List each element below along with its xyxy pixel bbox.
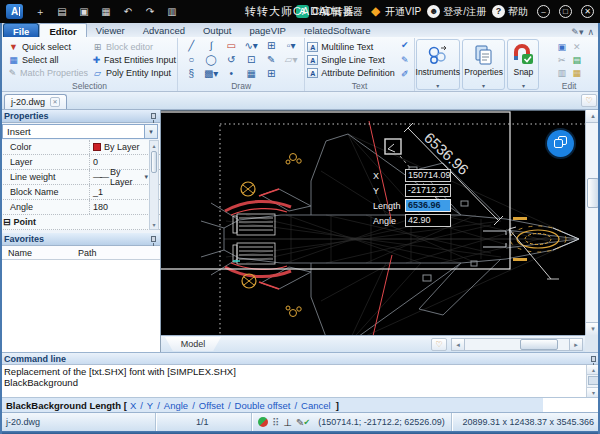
copy-base-icon[interactable]: ▤	[569, 55, 584, 65]
maximize-button[interactable]: □	[559, 5, 572, 18]
measure-value-angle[interactable]: 42.90	[405, 214, 451, 227]
text-style-icon[interactable]: ✎	[400, 55, 410, 65]
measure-value-y[interactable]: -21712.20	[405, 184, 451, 197]
insert-block-icon[interactable]: ⊡	[241, 53, 261, 67]
property-group-point[interactable]: ⊟Point	[0, 215, 160, 230]
favorites-col-path[interactable]: Path	[70, 248, 140, 258]
line-icon[interactable]: ╱	[181, 39, 201, 53]
chevron-down-icon[interactable]: ▾	[144, 125, 157, 138]
horizontal-scrollbar[interactable]: ◂ ▸	[451, 338, 583, 351]
image-ref-icon[interactable]: ▱▾	[281, 53, 301, 67]
circle-icon[interactable]: ○	[181, 53, 201, 67]
scroll-thumb[interactable]	[151, 151, 157, 173]
grid-snap-icon[interactable]: ⠿	[272, 417, 279, 428]
tab-editor[interactable]: Editor	[39, 23, 86, 37]
table-icon[interactable]: ⊞	[261, 67, 281, 81]
prompt-option-offset[interactable]: Offset	[199, 400, 224, 411]
tab-viewer[interactable]: Viewer	[87, 23, 134, 37]
scroll-thumb[interactable]	[520, 339, 558, 350]
pin-icon[interactable]	[151, 113, 156, 119]
ortho-icon[interactable]: ⊥	[283, 417, 292, 428]
pin-icon[interactable]	[591, 356, 596, 362]
scroll-up-icon[interactable]: ▴	[150, 142, 158, 149]
measure-value-length[interactable]: 6536.96	[405, 199, 451, 212]
panel-corner-button[interactable]: ♡	[581, 94, 597, 107]
property-row-blockname[interactable]: Block Name _1	[0, 185, 160, 200]
document-tab[interactable]: j-20.dwg ✕	[4, 94, 67, 109]
print-icon[interactable]: ▥	[163, 6, 181, 17]
command-log[interactable]: Replacement of the [txt.SHX] font with […	[0, 365, 600, 397]
clip-region-icon[interactable]: ▫▾	[281, 39, 301, 53]
favorites-col-name[interactable]: Name	[0, 248, 70, 258]
pin-icon[interactable]	[151, 236, 156, 242]
prompt-option-double-offset[interactable]: Double offset	[235, 400, 291, 411]
block-group-icon[interactable]: ⊞	[261, 39, 281, 53]
drawing-canvas[interactable]: 6536.96 X 150714.09 Y -21712.20 Length 6…	[161, 110, 585, 335]
tab-file[interactable]: File	[3, 23, 39, 37]
save-as-icon[interactable]: ▦	[97, 6, 115, 17]
attribute-definition-button[interactable]: AAttribute Definition	[307, 66, 397, 79]
tab-relatedsoftware[interactable]: relatedSoftware	[295, 23, 380, 37]
command-prompt-row[interactable]: BlackBackground Length [ X / Y / Angle /…	[0, 397, 600, 412]
select-all-button[interactable]: ▦Select all	[8, 53, 88, 66]
tab-advanced[interactable]: Advanced	[134, 23, 194, 37]
entity-type-select[interactable]: Insert ▾	[2, 124, 158, 139]
edit-block-icon[interactable]: ▦	[569, 68, 584, 78]
match-properties-button[interactable]: ✎Match Properties	[8, 66, 88, 79]
tab-pagevip[interactable]: pageVIP	[241, 23, 295, 37]
property-row-angle[interactable]: Angle 180	[0, 200, 160, 215]
spline-icon[interactable]: §	[181, 67, 201, 81]
single-line-text-button[interactable]: ASingle Line Text	[307, 53, 397, 66]
polyline-icon[interactable]: ∿▾	[241, 39, 261, 53]
instruments-button[interactable]: Instruments ▾	[416, 39, 460, 90]
layout-corner-button[interactable]: ♡	[431, 338, 447, 351]
sketch-icon[interactable]: ✎	[261, 53, 281, 67]
arc-icon[interactable]: ↺	[221, 53, 241, 67]
undo-icon[interactable]: ↶	[119, 6, 137, 17]
screenshot-float-button[interactable]	[547, 130, 574, 157]
redo-icon[interactable]: ↷	[141, 6, 159, 17]
scroll-left-icon[interactable]: ◂	[452, 339, 465, 350]
osnap-indicator-icon[interactable]	[258, 417, 268, 427]
quick-select-button[interactable]: ▼Quick select	[8, 40, 88, 53]
cut-icon[interactable]: ✂	[554, 55, 569, 65]
edit-text-icon[interactable]: ✐	[400, 69, 410, 79]
rectangle-icon[interactable]: ▭	[221, 39, 241, 53]
hatch-icon[interactable]: ▩▾	[201, 67, 221, 81]
snap-button[interactable]: Snap ▾	[507, 39, 539, 90]
delete-icon[interactable]: ✕	[569, 42, 584, 52]
collapse-icon[interactable]: ⊟	[3, 217, 11, 227]
properties-scrollbar[interactable]: ▴ ▾	[149, 140, 159, 230]
prompt-option-x[interactable]: X	[130, 400, 136, 411]
prompt-option-angle[interactable]: Angle	[164, 400, 188, 411]
spline-pen-icon[interactable]: ∫	[201, 39, 221, 53]
poly-entity-input-button[interactable]: ▱Poly Entity Input	[92, 66, 176, 79]
vip-button[interactable]: ◆ 开通VIP	[369, 5, 421, 19]
spellcheck-icon[interactable]: ✔	[400, 40, 410, 50]
properties-button[interactable]: Properties ▾	[462, 39, 506, 90]
new-file-icon[interactable]: ＋	[31, 5, 49, 19]
block-editor-button[interactable]: ⊞Block editor	[92, 40, 176, 53]
command-prompt[interactable]: BlackBackground Length [ X / Y / Angle /…	[0, 398, 543, 412]
prompt-option-cancel[interactable]: Cancel	[301, 400, 331, 411]
measure-value-x[interactable]: 150714.09	[405, 169, 451, 182]
chevron-down-icon[interactable]: ▾	[144, 173, 148, 181]
raster-image-icon[interactable]: ▦	[241, 67, 261, 81]
tab-output[interactable]: Output	[194, 23, 241, 37]
point-icon[interactable]: •	[221, 67, 241, 81]
paste-icon[interactable]: ▣	[554, 42, 569, 52]
minimize-button[interactable]: –	[537, 5, 550, 18]
fast-entities-input-button[interactable]: ✚Fast Entities Input	[92, 53, 176, 66]
close-tab-icon[interactable]: ✕	[50, 97, 60, 107]
help-button[interactable]: ? 帮助	[492, 5, 528, 19]
scroll-down-icon[interactable]: ▾	[150, 221, 158, 228]
property-row-color[interactable]: Color By Layer	[0, 140, 160, 155]
property-row-lineweight[interactable]: Line weight ——By Layer▾	[0, 170, 160, 185]
save-icon[interactable]: ▣	[75, 6, 93, 17]
open-file-icon[interactable]: ▤	[53, 6, 71, 17]
login-button[interactable]: ☻ 登录/注册	[427, 5, 486, 19]
model-tab[interactable]: Model	[165, 337, 221, 351]
close-button[interactable]: ✕	[581, 5, 594, 18]
prompt-option-y[interactable]: Y	[147, 400, 153, 411]
copy-icon[interactable]: ▥	[554, 68, 569, 78]
